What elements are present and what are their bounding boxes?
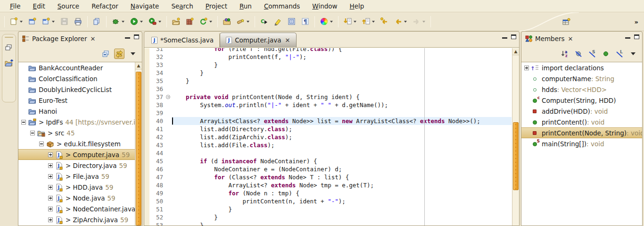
fold-margin[interactable]	[165, 69, 172, 77]
member-item-main-string[interactable]: Smain(String[]) : void	[521, 138, 642, 149]
package-explorer-tab[interactable]: Package Explorer ✕	[18, 32, 99, 46]
menu-search[interactable]: Search	[165, 1, 199, 11]
line-number[interactable]: 46	[149, 165, 165, 173]
new-wizard-button[interactable]	[8, 16, 25, 27]
line-number[interactable]: 50	[149, 197, 165, 205]
tree-item-computer-java[interactable]: J> Computer.java59	[18, 149, 142, 160]
run-external-tools-button[interactable]	[147, 16, 163, 27]
line-number[interactable]: 44	[149, 149, 165, 157]
fold-margin[interactable]	[165, 85, 172, 93]
tree-expander-minus[interactable]	[21, 120, 26, 125]
dropdown-arrow-icon[interactable]	[209, 21, 212, 23]
line-number[interactable]: 39	[149, 109, 165, 117]
synchronize-button[interactable]	[198, 16, 214, 27]
maximize-button[interactable]	[634, 34, 639, 39]
member-item-computername[interactable]: computerName : String	[521, 73, 642, 84]
line-number[interactable]: 47	[149, 173, 165, 181]
code-line-52[interactable]: 52 }	[144, 213, 512, 221]
line-number[interactable]: 35	[149, 77, 165, 85]
line-number[interactable]: 37	[149, 93, 165, 101]
dropdown-arrow-icon[interactable]	[52, 21, 55, 23]
fold-margin[interactable]	[165, 53, 172, 61]
fold-margin[interactable]	[165, 181, 172, 189]
line-number[interactable]: 51	[149, 205, 165, 213]
code-text[interactable]: System.out.println("|-" + ident + " " + …	[172, 101, 512, 109]
code-text[interactable]: list.add(File.class);	[172, 141, 512, 149]
junit-button[interactable]	[184, 16, 196, 27]
next-annotation-button[interactable]	[342, 16, 358, 27]
fold-margin[interactable]	[165, 221, 172, 226]
tree-item-directory-java[interactable]: J> Directory.java59	[18, 160, 142, 171]
tree-item-euro-test[interactable]: Euro-Test	[18, 95, 142, 106]
fastview-handle[interactable]	[5, 37, 13, 38]
tree-item-file-java[interactable]: J> File.java59	[18, 171, 142, 182]
fold-margin[interactable]	[165, 109, 172, 117]
menu-help[interactable]: Help	[344, 1, 371, 11]
package-explorer-scrollbar[interactable]: ▲	[135, 62, 142, 226]
minimize-button[interactable]	[502, 34, 507, 39]
tree-expander-plus[interactable]	[524, 66, 529, 70]
code-line-47[interactable]: 47 for (Class<? extends Node> T : list) …	[144, 173, 512, 181]
code-line-46[interactable]: 46 NodeContainer e = (NodeContainer) d;	[144, 165, 512, 173]
toolbar-overflow-button[interactable]: »	[635, 18, 637, 25]
members-tab[interactable]: Members ✕	[521, 32, 577, 46]
code-text[interactable]: private void printContent(Node d, String…	[172, 93, 512, 101]
code-text[interactable]: if (d instanceof NodeContainer) {	[172, 157, 512, 165]
forward-button[interactable]	[411, 16, 427, 27]
code-line-34[interactable]: 34 }	[144, 69, 512, 77]
editor-tab-computer-java[interactable]: JComputer.java✕	[220, 33, 296, 47]
fold-margin[interactable]	[165, 48, 172, 53]
tree-expander-plus[interactable]	[48, 207, 53, 211]
new-java-project-button[interactable]	[26, 16, 38, 27]
line-number[interactable]: 45	[149, 157, 165, 165]
line-number[interactable]: 36	[149, 85, 165, 93]
code-text[interactable]: for (File f : hdd.get(File.class)) {	[172, 48, 512, 53]
save-all-documents-button[interactable]	[91, 16, 103, 27]
member-item-printcontent[interactable]: printContent() : void	[521, 117, 642, 127]
code-text[interactable]	[172, 85, 512, 93]
color-wheel-button[interactable]	[318, 16, 335, 27]
open-view-button[interactable]	[4, 58, 14, 68]
tree-item-doublylinkedcycliclist[interactable]: DoublyLinkedCyclicList	[18, 84, 142, 95]
run-button[interactable]	[128, 16, 145, 27]
close-icon[interactable]: ✕	[285, 37, 290, 44]
print-button[interactable]	[72, 16, 84, 27]
code-line-31[interactable]: 31 for (File f : hdd.get(File.class)) {	[144, 48, 512, 53]
dropdown-arrow-icon[interactable]	[140, 21, 143, 23]
fold-margin[interactable]	[165, 77, 172, 85]
fold-collapse-icon[interactable]	[166, 95, 170, 99]
code-text[interactable]: ArrayList<? extends Node> tmp = e.get(T)…	[172, 181, 512, 189]
minimize-button[interactable]	[125, 34, 130, 39]
hide-local-types-button[interactable]: L	[614, 49, 625, 59]
fold-margin[interactable]	[165, 197, 172, 205]
code-line-36[interactable]: 36	[144, 85, 512, 93]
code-editor[interactable]: 31 for (File f : hdd.get(File.class)) {3…	[144, 48, 512, 226]
code-text[interactable]: list.add(ZipArchiv.class);	[172, 133, 512, 141]
fold-margin[interactable]	[165, 189, 172, 197]
editor-tab-someclass-java[interactable]: J*SomeClass.java	[146, 33, 220, 47]
fold-margin[interactable]	[165, 133, 172, 141]
code-line-48[interactable]: 48 ArrayList<? extends Node> tmp = e.get…	[144, 181, 512, 189]
code-line-40[interactable]: 40 ArrayList<Class<? extends Node>> list…	[144, 117, 512, 125]
tree-expander-plus[interactable]	[48, 152, 53, 157]
close-icon[interactable]: ✕	[90, 35, 95, 42]
restore-view-button[interactable]	[4, 42, 14, 53]
code-line-49[interactable]: 49 for (Node n : tmp) {	[144, 189, 512, 197]
menu-edit[interactable]: Edit	[27, 1, 51, 11]
dropdown-arrow-icon[interactable]	[247, 21, 249, 23]
fold-margin[interactable]	[165, 165, 172, 173]
line-number[interactable]: 40	[149, 117, 165, 125]
line-number[interactable]: 38	[149, 101, 165, 109]
dropdown-arrow-icon[interactable]	[122, 21, 124, 23]
previous-annotation-button[interactable]	[360, 16, 377, 27]
tree-expander-plus[interactable]	[48, 163, 53, 168]
view-menu-button[interactable]	[128, 49, 138, 59]
fold-margin[interactable]	[165, 125, 172, 133]
dropdown-arrow-icon[interactable]	[20, 21, 23, 23]
line-number[interactable]: 49	[149, 189, 165, 197]
scroll-up-arrow[interactable]: ▲	[135, 62, 142, 69]
fold-margin[interactable]	[165, 157, 172, 165]
code-text[interactable]: for (Node n : tmp) {	[172, 189, 512, 197]
maximize-button[interactable]	[134, 34, 139, 39]
line-number[interactable]: 41	[149, 125, 165, 133]
